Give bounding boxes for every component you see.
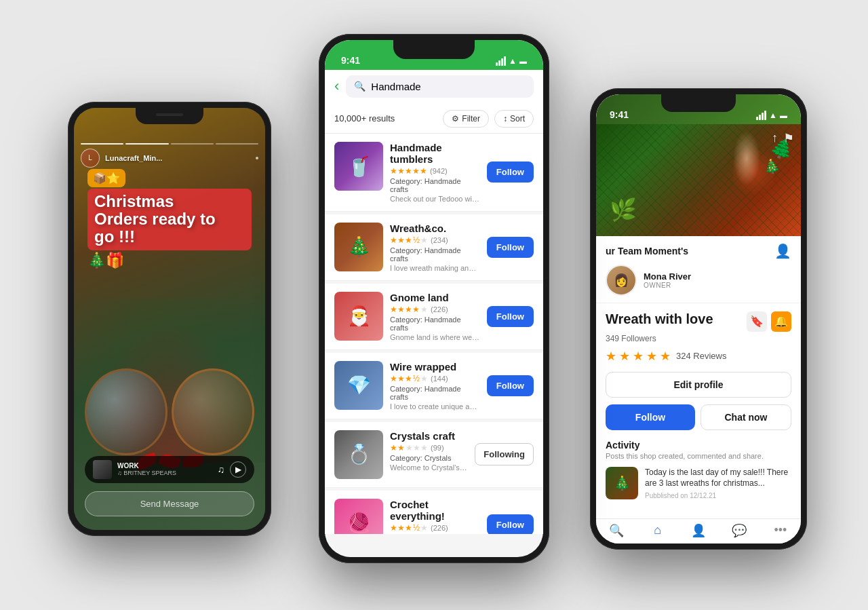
star-4b: ½ <box>413 374 420 383</box>
followers-count: 349 Followers <box>606 334 791 343</box>
search-icon-mid: 🔍 <box>354 81 366 92</box>
result-category-3: Category: Handmade crafts <box>390 316 480 332</box>
follow-button-1[interactable]: Follow <box>487 161 534 183</box>
battery-icon-mid: ▬ <box>519 57 527 65</box>
right-phone: 9:41 ▲ ▬ <box>590 88 807 550</box>
star-2b: ½ <box>413 235 420 245</box>
left-phone: L Lunacraft_Min... 📦⭐ ChristmasOrders re… <box>68 102 271 536</box>
sort-icon: ↕ <box>503 114 507 123</box>
result-desc-4: I love to create unique and elegant desi… <box>390 402 480 411</box>
results-list: 🥤 Handmade tumblers ★★★★★ (942) Category… <box>325 134 543 534</box>
flag-icon[interactable]: ⚑ <box>783 131 794 146</box>
tab-home[interactable]: ⌂ <box>637 523 677 538</box>
result-item-1: 🥤 Handmade tumblers ★★★★★ (942) Category… <box>325 134 543 212</box>
follow-button-6[interactable]: Follow <box>487 514 534 534</box>
story-username: Lunacraft_Min... <box>105 154 162 162</box>
story-banner-text: ChristmasOrders ready togo !!! <box>94 193 245 246</box>
result-item-3: 🎅 Gnome land ★★★★★ (226) Category: Handm… <box>325 284 543 350</box>
review-count-3: (226) <box>431 305 448 313</box>
result-name-1: Handmade tumblers <box>390 142 480 165</box>
activity-section: Activity Posts this shop created, commen… <box>606 440 791 500</box>
star-2c: ★ <box>420 235 428 245</box>
result-info-1: Handmade tumblers ★★★★★ (942) Category: … <box>390 142 480 203</box>
filter-label: Filter <box>462 114 480 123</box>
following-button-5[interactable]: Following <box>475 443 534 465</box>
notification-icon[interactable]: 🔔 <box>771 311 791 332</box>
music-bar: WORK ♫ BRITNEY SPEARS ♫ ▶ <box>85 456 254 483</box>
share-icon[interactable]: ↑ <box>772 131 778 146</box>
back-button-mid[interactable]: ‹ <box>334 77 339 95</box>
person-add-icon[interactable]: 👤 <box>774 243 791 259</box>
review-count-5: (99) <box>431 444 444 452</box>
wifi-icon-right: ▲ <box>769 111 777 120</box>
result-info-6: Crochet everything! ★★★½★ (226) Category… <box>390 499 480 534</box>
tab-search[interactable]: 🔍 <box>596 523 637 538</box>
review-count-4: (144) <box>431 375 448 383</box>
profile-body: ur Team Moment's 👤 👩 Mona River OWNER <box>596 236 801 518</box>
shop-stars: ★ ★ ★ ★ ★ 324 Reviews <box>606 349 791 364</box>
star-3b: ★ <box>420 305 428 314</box>
send-message-input[interactable]: Send Message <box>85 491 254 516</box>
result-name-3: Gnome land <box>390 292 480 303</box>
result-item-5: 💍 Crystals craft ★★★★★ (99) Category: Cr… <box>325 422 543 488</box>
activity-subtitle: Posts this shop created, commented and s… <box>606 452 791 460</box>
result-category-1: Category: Handmade crafts <box>390 177 480 193</box>
edit-profile-button[interactable]: Edit profile <box>606 372 791 398</box>
result-img-1: 🥤 <box>334 142 383 191</box>
profile-chat-button[interactable]: Chat now <box>701 404 791 430</box>
right-status-time: 9:41 <box>610 109 629 120</box>
profile-star-2: ★ <box>619 349 630 364</box>
tab-profile[interactable]: 👤 <box>678 523 719 538</box>
profile-follow-button[interactable]: Follow <box>606 404 695 430</box>
tab-more[interactable]: ••• <box>760 523 801 538</box>
result-name-4: Wire wrapped <box>390 361 480 373</box>
sort-button[interactable]: ↕ Sort <box>494 110 534 128</box>
result-img-6: 🧶 <box>334 499 383 534</box>
result-name-5: Crystals craft <box>390 430 468 442</box>
star-6b: ½ <box>413 523 420 533</box>
team-member-role: OWNER <box>644 282 691 289</box>
follow-button-3[interactable]: Follow <box>487 306 534 327</box>
music-title: WORK <box>117 462 212 470</box>
music-play-icon: ▶ <box>230 461 246 478</box>
tab-bar: 🔍 ⌂ 👤 💬 ••• <box>596 518 801 544</box>
team-member-avatar: 👩 <box>606 265 637 296</box>
result-category-4: Category: Handmade crafts <box>390 385 480 401</box>
bookmark-icon[interactable]: 🔖 <box>747 311 767 332</box>
activity-post-img: 🎄 <box>606 467 638 499</box>
result-name-2: Wreath&co. <box>390 223 480 234</box>
search-bar-mid[interactable]: 🔍 Handmade <box>346 75 534 98</box>
result-img-2: 🎄 <box>334 223 383 271</box>
review-count-2: (234) <box>431 236 448 244</box>
mid-status-time: 9:41 <box>341 55 360 66</box>
music-note-icon: ♫ <box>218 464 225 475</box>
follow-button-2[interactable]: Follow <box>487 237 534 258</box>
star-4: ★★★ <box>390 374 412 383</box>
result-desc-2: I love wreath making and crafting with m… <box>390 264 480 272</box>
team-member-name: Mona River <box>644 271 691 282</box>
team-moment-section: ur Team Moment's 👤 👩 Mona River OWNER <box>596 236 801 303</box>
result-info-2: Wreath&co. ★★★½★ (234) Category: Handmad… <box>390 223 480 272</box>
tab-messages[interactable]: 💬 <box>719 523 760 538</box>
profile-star-1: ★ <box>606 349 616 364</box>
results-count: 10,000+ results <box>334 113 395 123</box>
result-item-6: 🧶 Crochet everything! ★★★½★ (226) Catego… <box>325 491 543 534</box>
review-count-6: (226) <box>431 524 448 532</box>
star-2: ★★★ <box>390 235 412 245</box>
result-category-2: Category: Handmade crafts <box>390 246 480 263</box>
filter-icon: ⚙ <box>452 114 459 123</box>
team-member-row: 👩 Mona River OWNER <box>606 265 791 296</box>
follow-button-4[interactable]: Follow <box>487 375 534 396</box>
activity-post: 🎄 Today is the last day of my sale!!! Th… <box>606 467 791 500</box>
sort-label: Sort <box>510 114 525 123</box>
result-img-5: 💍 <box>334 430 383 479</box>
filter-button[interactable]: ⚙ Filter <box>443 110 489 128</box>
wifi-icon-mid: ▲ <box>509 56 517 66</box>
result-desc-1: Check out our Tedooo with all our specia… <box>390 195 480 203</box>
profile-star-3: ★ <box>633 349 644 364</box>
result-img-4: 💎 <box>334 361 383 410</box>
battery-icon-right: ▬ <box>780 111 787 119</box>
profile-star-5: ★ <box>660 349 671 364</box>
result-img-3: 🎅 <box>334 292 383 341</box>
star-4c: ★ <box>420 374 428 383</box>
